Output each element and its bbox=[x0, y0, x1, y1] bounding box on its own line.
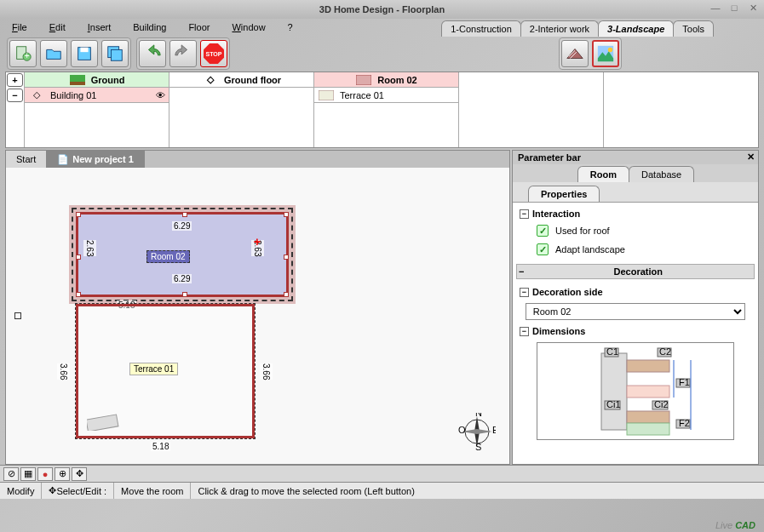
label-used-for-roof: Used for roof bbox=[555, 226, 610, 236]
tool-grid[interactable]: ▦ bbox=[20, 467, 36, 481]
param-tab-database[interactable]: Database bbox=[629, 166, 694, 182]
dimension-bottom: 6.29 bbox=[172, 274, 192, 283]
visibility-icon[interactable]: 👁 bbox=[156, 90, 165, 100]
dimensions-diagram: C1 C2 F1 F2 Ci1 Ci2 bbox=[537, 342, 734, 440]
open-button[interactable] bbox=[40, 40, 67, 67]
svg-text:C2: C2 bbox=[659, 346, 671, 357]
canvas-tab-project[interactable]: 📄 New project 1 bbox=[47, 151, 145, 168]
furniture-icon[interactable] bbox=[87, 409, 121, 431]
svg-text:E: E bbox=[492, 425, 496, 435]
param-tab-room[interactable]: Room bbox=[577, 166, 629, 182]
svg-text:Ci1: Ci1 bbox=[606, 399, 621, 409]
app-logo: Live CAD bbox=[715, 520, 755, 530]
menu-edit[interactable]: Edit bbox=[46, 20, 69, 34]
floorplan-canvas-panel: Start 📄 New project 1 Room 02 6.29 6.29 … bbox=[5, 150, 510, 465]
room-02-shape[interactable]: Room 02 6.29 6.29 2.63 2.63 + bbox=[76, 212, 289, 297]
stop-button[interactable]: STOP bbox=[200, 40, 227, 67]
tool-move[interactable]: ✥ bbox=[72, 467, 87, 481]
menu-insert[interactable]: Insert bbox=[84, 20, 115, 34]
minimize-button[interactable]: — bbox=[709, 2, 721, 14]
hierarchy-groundfloor-header[interactable]: ◇ Ground floor bbox=[169, 72, 313, 88]
dimension-518b: 5.18 bbox=[151, 442, 170, 451]
maximize-button[interactable]: □ bbox=[728, 2, 740, 14]
hierarchy-expand-button[interactable]: + bbox=[7, 73, 23, 87]
menu-help[interactable]: ? bbox=[284, 20, 296, 34]
parameter-close-button[interactable]: ✕ bbox=[747, 152, 755, 163]
tab-construction[interactable]: 1-Construction bbox=[441, 20, 521, 37]
redo-button[interactable] bbox=[169, 40, 197, 67]
tool-cancel[interactable]: ⊘ bbox=[3, 467, 19, 481]
dimension-top: 6.29 bbox=[172, 221, 192, 231]
svg-text:F2: F2 bbox=[679, 418, 690, 428]
decoration-side-select[interactable]: Room 02 bbox=[526, 303, 745, 320]
window-title: 3D Home Design - Floorplan bbox=[319, 4, 445, 14]
dimension-366-left: 3.66 bbox=[57, 363, 70, 380]
tab-tools[interactable]: Tools bbox=[673, 20, 714, 37]
svg-text:+: + bbox=[25, 51, 30, 60]
terrace-label[interactable]: Terrace 01 bbox=[129, 363, 178, 375]
status-bar: Modify ✥ Select/Edit : Move the room Cli… bbox=[0, 482, 764, 499]
section-decoration-side[interactable]: − Decoration side bbox=[520, 284, 751, 300]
hierarchy-ground-header[interactable]: Ground bbox=[25, 72, 169, 88]
svg-rect-12 bbox=[70, 82, 85, 85]
project-icon: 📄 bbox=[57, 154, 69, 165]
menu-window[interactable]: Window bbox=[228, 20, 268, 34]
collapse-icon[interactable]: − bbox=[520, 209, 529, 219]
svg-rect-15 bbox=[87, 415, 118, 431]
svg-text:Ci2: Ci2 bbox=[654, 399, 669, 409]
room-02-label[interactable]: Room 02 bbox=[146, 250, 190, 263]
main-toolbar: + STOP bbox=[0, 36, 764, 72]
section-decoration-header[interactable]: −Decoration bbox=[516, 264, 755, 279]
landscape-tool-button[interactable] bbox=[592, 40, 619, 67]
building-icon: ◇ bbox=[28, 89, 45, 101]
save-as-button[interactable] bbox=[101, 40, 129, 67]
terrace-shape[interactable]: Terrace 01 bbox=[76, 304, 255, 438]
menu-file[interactable]: File bbox=[9, 20, 31, 34]
menu-floor[interactable]: Floor bbox=[185, 20, 213, 34]
canvas-tab-start[interactable]: Start bbox=[6, 151, 47, 168]
svg-rect-23 bbox=[627, 386, 669, 398]
svg-text:C1: C1 bbox=[606, 346, 618, 357]
parameter-panel: Parameter bar ✕ Room Database Properties… bbox=[512, 150, 759, 465]
ground-icon bbox=[69, 74, 86, 86]
dimension-left: 2.63 bbox=[83, 240, 96, 256]
tool-snap[interactable]: ⊕ bbox=[55, 467, 70, 481]
cross-marker-icon: + bbox=[254, 235, 261, 249]
collapse-icon[interactable]: − bbox=[520, 288, 529, 297]
checkbox-adapt-landscape[interactable]: ✓ bbox=[537, 243, 549, 255]
title-bar: 3D Home Design - Floorplan — □ ✕ bbox=[0, 0, 764, 19]
room-icon bbox=[355, 74, 372, 86]
svg-point-10 bbox=[608, 48, 613, 53]
section-dimensions[interactable]: − Dimensions bbox=[520, 323, 751, 339]
tool-point[interactable]: ● bbox=[37, 467, 53, 481]
floor-icon: ◇ bbox=[202, 74, 219, 86]
origin-marker bbox=[14, 312, 21, 319]
status-modify: Modify bbox=[0, 483, 42, 499]
svg-text:N: N bbox=[475, 413, 482, 418]
section-interaction[interactable]: − Interaction bbox=[520, 206, 751, 221]
tab-interior[interactable]: 2-Interior work bbox=[520, 20, 599, 37]
roof-tool-button[interactable] bbox=[561, 40, 589, 67]
hierarchy-collapse-button[interactable]: − bbox=[7, 89, 23, 102]
svg-rect-25 bbox=[627, 423, 669, 435]
svg-rect-13 bbox=[356, 75, 371, 85]
tab-landscape[interactable]: 3-Landscape bbox=[598, 20, 674, 37]
undo-button[interactable] bbox=[139, 40, 166, 67]
svg-text:S: S bbox=[475, 442, 481, 450]
menu-building[interactable]: Building bbox=[129, 20, 169, 34]
svg-text:O: O bbox=[458, 425, 466, 435]
hierarchy-terrace-row[interactable]: Terrace 01 bbox=[314, 88, 458, 103]
new-button[interactable]: + bbox=[9, 40, 37, 67]
collapse-icon[interactable]: − bbox=[520, 327, 529, 336]
save-button[interactable] bbox=[71, 40, 98, 67]
hierarchy-building-row[interactable]: ◇ Building 01 👁 bbox=[25, 88, 169, 103]
checkbox-used-for-roof[interactable]: ✓ bbox=[537, 225, 549, 237]
param-subtab-properties[interactable]: Properties bbox=[528, 186, 600, 202]
mode-tabs: 1-Construction 2-Interior work 3-Landsca… bbox=[441, 20, 713, 37]
svg-rect-4 bbox=[80, 48, 88, 53]
svg-text:F1: F1 bbox=[679, 377, 690, 387]
compass-icon: N S E O bbox=[458, 413, 496, 450]
hierarchy-room02-header[interactable]: Room 02 bbox=[314, 72, 458, 88]
floorplan-canvas[interactable]: Room 02 6.29 6.29 2.63 2.63 + 5.18 Terra… bbox=[6, 168, 509, 464]
close-button[interactable]: ✕ bbox=[747, 2, 759, 14]
